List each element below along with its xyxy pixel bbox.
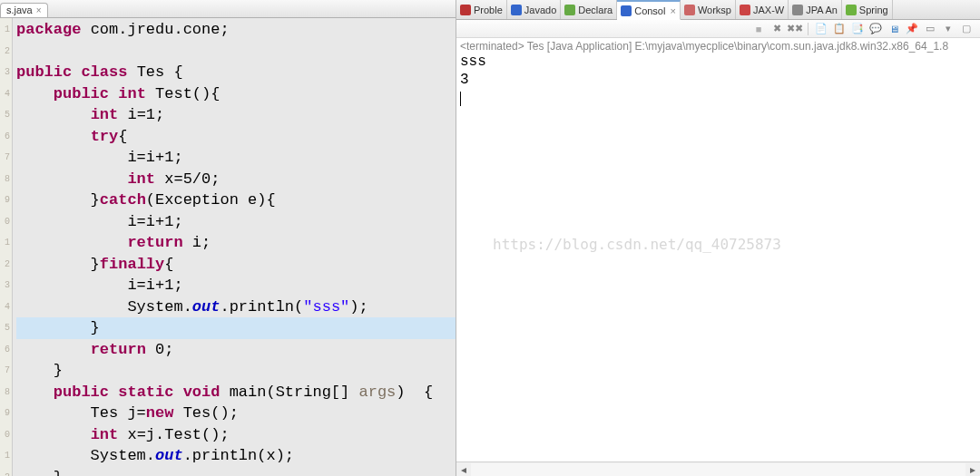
tab-label: Declara (578, 5, 612, 15)
spring-icon (846, 5, 857, 15)
code-line[interactable]: return 0; (16, 339, 456, 361)
tab-label: Spring (859, 5, 888, 15)
line-number: 4 (0, 83, 10, 105)
code-line[interactable]: package com.jredu.cone; (16, 19, 456, 41)
close-icon[interactable]: × (36, 5, 42, 15)
code-line[interactable]: Tes j=new Tes(); (16, 403, 456, 424)
code-line[interactable]: System.out.println("sss"); (16, 296, 456, 318)
scroll-right-icon[interactable]: ▸ (965, 463, 980, 476)
line-number: 8 (0, 169, 10, 190)
console-header: <terminated> Tes [Java Application] E:\m… (456, 38, 980, 53)
line-number: 7 (0, 147, 10, 169)
tab-label: Proble (474, 5, 503, 15)
tab-spring[interactable]: Spring (842, 0, 893, 19)
editor-tab-bar: s.java × (0, 0, 456, 18)
line-number: 6 (0, 126, 10, 148)
open-console-icon[interactable]: ▭ (922, 22, 938, 36)
code-content[interactable]: package com.jredu.cone;public class Tes … (13, 18, 456, 476)
code-line[interactable]: }finally{ (16, 254, 456, 276)
line-number: 6 (0, 339, 10, 361)
line-number: 7 (0, 360, 10, 382)
editor-tab[interactable]: s.java × (0, 3, 48, 17)
editor-pane: s.java × 1234567890123456789012 package … (0, 0, 456, 476)
code-line[interactable]: } (16, 317, 456, 339)
problems-icon (460, 5, 471, 15)
line-number: 1 (0, 445, 10, 467)
pin-console-icon[interactable]: 📌 (904, 22, 920, 36)
code-line[interactable]: System.out.println(x); (16, 445, 456, 467)
view-tab-bar: ProbleJavadoDeclaraConsol×WorkspJAX-WJPA… (456, 0, 980, 20)
line-number: 4 (0, 296, 10, 318)
tab-proble[interactable]: Proble (456, 0, 507, 19)
code-line[interactable]: try{ (16, 126, 456, 148)
code-line[interactable]: }catch(Exception e){ (16, 189, 456, 211)
tab-javado[interactable]: Javado (507, 0, 561, 19)
tab-label: Worksp (698, 5, 731, 15)
toolbar-separator (808, 23, 808, 35)
word-wrap-icon[interactable]: 📑 (849, 22, 866, 36)
line-number: 9 (0, 189, 10, 211)
tab-worksp[interactable]: Worksp (681, 0, 736, 19)
jaxws-icon (740, 5, 750, 15)
console-output[interactable]: sss3 (456, 53, 980, 461)
workspace-icon (684, 5, 695, 15)
scroll-track[interactable] (471, 463, 965, 476)
code-line[interactable]: public int Test(){ (16, 83, 456, 105)
maximize-icon[interactable]: ▢ (958, 22, 975, 36)
console-cursor (460, 89, 976, 107)
tab-jax-w[interactable]: JAX-W (736, 0, 789, 19)
close-icon[interactable]: × (670, 5, 675, 16)
code-line[interactable]: i=i+1; (16, 211, 456, 233)
terminate-icon[interactable]: ■ (750, 22, 767, 36)
code-line[interactable]: i=i+1; (16, 147, 456, 169)
tab-consol[interactable]: Consol× (617, 0, 681, 20)
code-line[interactable]: public static void main(String[] args) { (16, 382, 456, 403)
clear-console-icon[interactable]: 📄 (813, 22, 829, 36)
minimize-icon[interactable]: ▾ (940, 22, 956, 36)
code-line[interactable]: int i=1; (16, 104, 456, 126)
tab-label: Consol (634, 5, 665, 16)
remove-all-icon[interactable]: ✖✖ (787, 22, 803, 36)
code-line[interactable]: i=i+1; (16, 275, 456, 296)
line-number: 9 (0, 403, 10, 424)
code-line[interactable]: } (16, 360, 456, 382)
show-console-icon[interactable]: 💬 (867, 22, 884, 36)
line-number: 1 (0, 19, 10, 41)
code-line[interactable]: public class Tes { (16, 62, 456, 83)
line-number: 3 (0, 62, 10, 83)
code-line[interactable]: int x=j.Test(); (16, 424, 456, 446)
horizontal-scrollbar[interactable]: ◂ ▸ (456, 461, 980, 476)
line-number: 1 (0, 232, 10, 254)
line-number: 3 (0, 275, 10, 296)
line-number: 0 (0, 211, 10, 233)
remove-launch-icon[interactable]: ✖ (769, 22, 785, 36)
line-number: 2 (0, 467, 10, 477)
editor-tab-label: s.java (6, 5, 33, 15)
code-area[interactable]: 1234567890123456789012 package com.jredu… (0, 18, 456, 476)
console-icon (621, 5, 632, 16)
line-number: 8 (0, 382, 10, 403)
tab-label: JPA An (806, 5, 838, 15)
tab-label: Javado (524, 5, 556, 15)
code-line[interactable]: } (16, 467, 456, 477)
tab-declara[interactable]: Declara (561, 0, 617, 19)
scroll-left-icon[interactable]: ◂ (456, 463, 471, 476)
line-gutter: 1234567890123456789012 (0, 18, 13, 476)
tab-jpa an[interactable]: JPA An (789, 0, 842, 19)
declaration-icon (564, 5, 575, 15)
console-toolbar: ■✖✖✖📄📋📑💬🖥📌▭▾▢ (456, 20, 980, 38)
code-line[interactable]: return i; (16, 232, 456, 254)
code-line[interactable]: int x=5/0; (16, 169, 456, 190)
tab-label: JAX-W (753, 5, 784, 15)
line-number: 2 (0, 254, 10, 276)
jpa-icon (792, 5, 803, 15)
line-number: 0 (0, 424, 10, 446)
console-line: 3 (460, 71, 976, 89)
scroll-lock-icon[interactable]: 📋 (831, 22, 848, 36)
line-number: 5 (0, 104, 10, 126)
display-selected-icon[interactable]: 🖥 (886, 22, 902, 36)
line-number: 5 (0, 317, 10, 339)
line-number: 2 (0, 41, 10, 63)
right-pane: ProbleJavadoDeclaraConsol×WorkspJAX-WJPA… (456, 0, 980, 476)
code-line[interactable] (16, 41, 456, 63)
